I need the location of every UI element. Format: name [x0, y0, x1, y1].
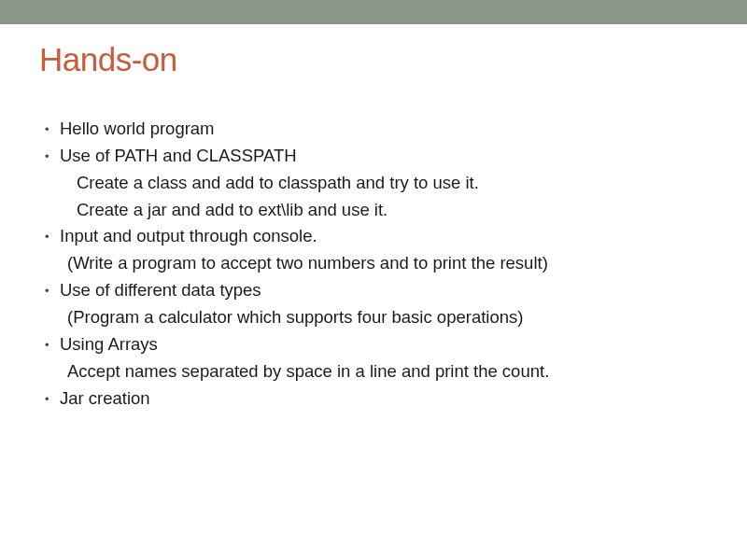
- slide-content: Hands-on • Hello world program • Use of …: [0, 24, 747, 412]
- bullet-list: • Hello world program • Use of PATH and …: [39, 116, 708, 412]
- list-item: • Input and output through console.: [39, 223, 708, 250]
- item-text: Use of PATH and CLASSPATH: [60, 146, 297, 165]
- list-item: • Use of PATH and CLASSPATH: [39, 143, 708, 170]
- list-item: • Using Arrays: [39, 331, 708, 358]
- subline-text: (Write a program to accept two numbers a…: [39, 250, 708, 277]
- item-text: Jar creation: [60, 388, 150, 408]
- subline-text: Create a jar and add to ext\lib and use …: [39, 197, 708, 224]
- header-bar: [0, 0, 747, 24]
- bullet-icon: •: [45, 143, 49, 170]
- item-text: Input and output through console.: [60, 226, 317, 245]
- list-item: • Use of different data types: [39, 277, 708, 304]
- subline-text: Accept names separated by space in a lin…: [39, 358, 708, 385]
- page-title: Hands-on: [39, 41, 708, 78]
- bullet-icon: •: [45, 277, 49, 304]
- list-item: • Jar creation: [39, 385, 708, 413]
- list-item: • Hello world program: [39, 116, 708, 143]
- bullet-icon: •: [45, 385, 49, 413]
- bullet-icon: •: [45, 116, 49, 143]
- bullet-icon: •: [45, 331, 49, 358]
- item-text: Using Arrays: [60, 334, 158, 354]
- bullet-icon: •: [45, 223, 49, 250]
- item-text: Hello world program: [60, 119, 215, 138]
- subline-text: Create a class and add to classpath and …: [39, 170, 708, 197]
- item-text: Use of different data types: [60, 280, 261, 300]
- subline-text: (Program a calculator which supports fou…: [39, 304, 708, 331]
